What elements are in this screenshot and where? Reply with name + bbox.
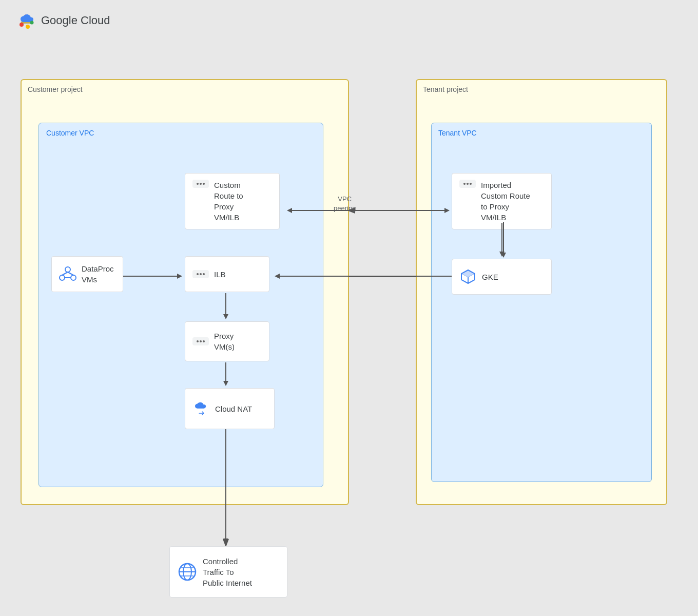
customer-vpc-label: Customer VPC (46, 129, 94, 137)
svg-marker-47 (499, 252, 505, 257)
google-cloud-text: Google Cloud (41, 14, 110, 27)
imported-custom-route-node: ImportedCustom Routeto ProxyVM/ILB (452, 173, 552, 229)
arrow-proxy-cloudnat (223, 362, 229, 391)
custom-route-node: CustomRoute toProxyVM/ILB (185, 173, 280, 229)
proxy-vms-icon (192, 337, 209, 345)
arrow-gke-ilb (270, 273, 454, 279)
svg-point-1 (20, 23, 24, 27)
svg-point-17 (71, 275, 76, 280)
custom-route-icon (192, 180, 209, 188)
svg-line-18 (62, 272, 68, 275)
ilb-icon (192, 270, 209, 278)
imported-route-icon (459, 180, 476, 188)
google-cloud-logo: Google Cloud (15, 10, 688, 31)
dataproc-label: DataProcVMs (82, 263, 114, 285)
svg-marker-44 (287, 208, 292, 213)
ilb-label: ILB (214, 269, 226, 280)
globe-icon (177, 562, 198, 582)
gke-icon (459, 268, 477, 285)
ilb-node: ILB (185, 256, 269, 292)
cloud-nat-label: Cloud NAT (215, 403, 252, 414)
imported-route-label: ImportedCustom Routeto ProxyVM/ILB (481, 180, 530, 223)
proxy-vms-label: ProxyVM(s) (214, 331, 235, 352)
cloud-nat-icon (192, 400, 210, 417)
svg-point-15 (65, 267, 70, 272)
svg-marker-24 (461, 270, 475, 277)
proxy-vms-node: ProxyVM(s) (185, 321, 269, 361)
controlled-traffic-label: ControlledTraffic ToPublic Internet (203, 556, 252, 588)
arrow-dataproc-ilb (123, 273, 187, 279)
svg-point-2 (26, 25, 30, 29)
dataproc-icon (59, 265, 76, 283)
svg-marker-34 (223, 538, 228, 544)
svg-point-3 (30, 21, 34, 25)
tenant-vpc-label: Tenant VPC (438, 129, 477, 137)
custom-route-label: CustomRoute toProxyVM/ILB (214, 180, 243, 223)
svg-marker-38 (223, 314, 228, 319)
svg-marker-40 (223, 381, 228, 386)
svg-marker-36 (177, 274, 182, 279)
svg-marker-42 (275, 274, 280, 279)
google-cloud-logo-icon (15, 10, 36, 31)
svg-marker-45 (444, 208, 450, 213)
gke-node: GKE (452, 259, 552, 295)
arrow-vpc-peering (282, 206, 454, 215)
controlled-traffic-node: ControlledTraffic ToPublic Internet (169, 546, 287, 598)
svg-line-19 (68, 272, 73, 275)
svg-point-16 (60, 275, 65, 280)
page: Google Cloud (0, 0, 698, 616)
customer-vpc-box (38, 123, 323, 487)
customer-project-label: Customer project (28, 85, 83, 93)
dataproc-vms-node: DataProcVMs (51, 256, 123, 292)
diagram-layout: Customer project Customer VPC Tenant pro… (10, 43, 683, 616)
cloud-nat-node: Cloud NAT (185, 388, 275, 429)
gke-label: GKE (482, 272, 498, 282)
arrow-cloud-nat-down (223, 429, 229, 548)
arrow-imported-gke (498, 223, 506, 261)
arrow-ilb-proxy (223, 293, 229, 324)
tenant-project-label: Tenant project (423, 85, 468, 93)
